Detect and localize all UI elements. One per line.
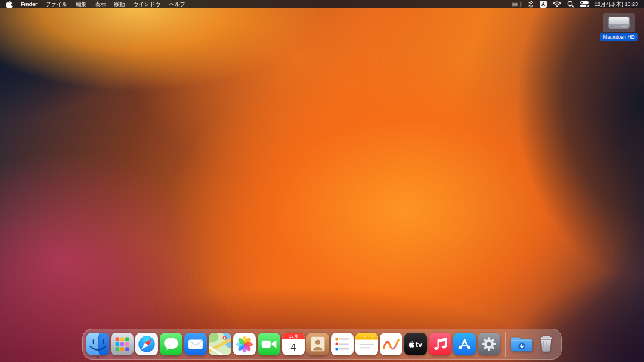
- dock-item-app-store[interactable]: [453, 333, 476, 355]
- system-settings-icon: [478, 333, 500, 355]
- dock-item-notes[interactable]: [355, 333, 378, 355]
- battery-icon[interactable]: [512, 2, 522, 7]
- trash-icon: [535, 333, 558, 355]
- dock-item-photos[interactable]: [233, 333, 256, 355]
- dock-item-trash[interactable]: [535, 333, 558, 355]
- dock-separator[interactable]: [505, 332, 506, 357]
- dock-item-calendar[interactable]: 12月 4: [282, 333, 305, 355]
- dock-item-maps[interactable]: [209, 333, 231, 355]
- launchpad-icon: [111, 333, 134, 355]
- desktop-wallpaper: [0, 0, 644, 362]
- menu-bar: Finder ファイル 編集 表示 移動 ウインドウ ヘルプ A: [0, 0, 644, 8]
- app-store-icon: [453, 333, 476, 355]
- calendar-icon: 12月 4: [282, 333, 305, 355]
- dock-item-facetime[interactable]: [258, 333, 280, 355]
- finder-icon: [86, 333, 109, 355]
- mail-icon: [184, 333, 207, 355]
- facetime-icon: [258, 333, 280, 355]
- spotlight-icon[interactable]: [567, 1, 574, 8]
- dock-item-messages[interactable]: [160, 333, 182, 355]
- apple-tv-icon: tv: [404, 333, 427, 355]
- dock-item-safari[interactable]: [135, 333, 158, 355]
- dock-item-mail[interactable]: [184, 333, 207, 355]
- apple-tv-label: tv: [416, 340, 423, 349]
- dock-item-downloads[interactable]: [510, 333, 533, 355]
- music-icon: [429, 333, 451, 355]
- input-source-indicator[interactable]: A: [540, 1, 547, 8]
- calendar-day: 4: [282, 339, 305, 355]
- apple-icon: [6, 1, 13, 8]
- app-menu-finder[interactable]: Finder: [21, 1, 38, 7]
- menu-go[interactable]: 移動: [114, 1, 125, 8]
- menu-file[interactable]: ファイル: [46, 1, 68, 8]
- dock-item-freeform[interactable]: [380, 333, 402, 355]
- desktop-icon-macintosh-hd[interactable]: Macintosh HD: [599, 13, 639, 41]
- dock-item-launchpad[interactable]: [111, 333, 134, 355]
- freeform-icon: [380, 333, 402, 355]
- dock-item-apple-tv[interactable]: tv: [404, 333, 427, 355]
- dock: 12月 4: [82, 329, 562, 360]
- menu-bar-clock[interactable]: 12月4日(木) 18:23: [595, 1, 638, 8]
- desktop-icon-label: Macintosh HD: [600, 33, 637, 41]
- running-indicator: [97, 356, 99, 358]
- apple-icon: [409, 341, 414, 348]
- hard-drive-icon: [603, 13, 635, 32]
- apple-menu[interactable]: [6, 1, 13, 8]
- dock-item-contacts[interactable]: [306, 333, 329, 355]
- safari-icon: [135, 333, 158, 355]
- maps-icon: [209, 333, 231, 355]
- menu-edit[interactable]: 編集: [76, 1, 86, 8]
- reminders-icon: [331, 333, 354, 355]
- wifi-icon[interactable]: [553, 1, 561, 7]
- menu-view[interactable]: 表示: [95, 1, 106, 8]
- bluetooth-icon[interactable]: [528, 1, 534, 8]
- menu-window[interactable]: ウインドウ: [133, 1, 160, 8]
- photos-icon: [233, 333, 256, 355]
- menu-help[interactable]: ヘルプ: [169, 1, 185, 8]
- downloads-folder-icon: [510, 333, 533, 355]
- dock-item-music[interactable]: [429, 333, 451, 355]
- calendar-month: 12月: [282, 333, 305, 339]
- dock-item-reminders[interactable]: [331, 333, 354, 355]
- dock-item-finder[interactable]: [86, 333, 109, 355]
- notes-icon: [355, 333, 378, 355]
- control-center-icon[interactable]: [580, 1, 589, 7]
- messages-icon: [160, 333, 182, 355]
- dock-item-system-settings[interactable]: [478, 333, 500, 355]
- contacts-icon: [306, 333, 329, 355]
